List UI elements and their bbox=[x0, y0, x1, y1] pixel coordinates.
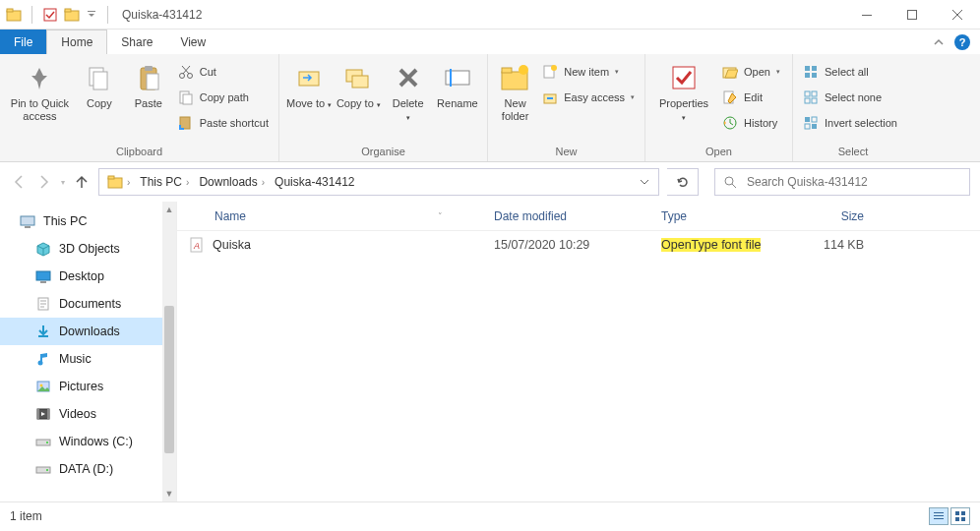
scissors-icon bbox=[178, 64, 194, 80]
select-none-button[interactable]: Select none bbox=[799, 86, 901, 109]
column-type[interactable]: Type bbox=[649, 209, 797, 223]
downloads-icon bbox=[35, 324, 51, 339]
invert-selection-button[interactable]: Invert selection bbox=[799, 111, 901, 135]
tree-windows-c[interactable]: Windows (C:) bbox=[0, 428, 162, 455]
open-button[interactable]: Open ▾ bbox=[718, 60, 784, 84]
history-button[interactable]: History bbox=[718, 111, 784, 135]
group-label-organise: Organise bbox=[279, 144, 487, 161]
tree-pictures[interactable]: Pictures bbox=[0, 373, 162, 400]
svg-rect-29 bbox=[673, 67, 695, 88]
copy-button[interactable]: Copy bbox=[76, 58, 123, 110]
svg-rect-22 bbox=[450, 69, 452, 87]
pictures-icon bbox=[35, 379, 51, 394]
breadcrumb-this-pc[interactable]: This PC› bbox=[136, 175, 193, 189]
tree-data-d[interactable]: DATA (D:) bbox=[0, 455, 162, 483]
select-all-button[interactable]: Select all bbox=[799, 60, 901, 84]
column-date[interactable]: Date modified bbox=[482, 209, 649, 223]
delete-button[interactable]: Delete▾ bbox=[385, 58, 432, 123]
rename-button[interactable]: Rename bbox=[434, 58, 481, 110]
svg-point-47 bbox=[725, 177, 733, 185]
paste-button[interactable]: Paste bbox=[125, 58, 172, 110]
svg-rect-12 bbox=[147, 74, 158, 89]
search-box[interactable] bbox=[714, 168, 970, 196]
svg-rect-69 bbox=[955, 511, 959, 515]
svg-rect-21 bbox=[446, 71, 469, 85]
window-controls bbox=[844, 0, 980, 30]
forward-button[interactable] bbox=[35, 173, 53, 191]
scroll-down-icon[interactable]: ▼ bbox=[162, 486, 176, 502]
tree-this-pc[interactable]: This PC bbox=[0, 207, 162, 235]
tree-3d-objects[interactable]: 3D Objects bbox=[0, 235, 162, 263]
group-label-open: Open bbox=[645, 144, 792, 161]
maximize-button[interactable] bbox=[889, 0, 935, 30]
help-icon[interactable]: ? bbox=[954, 34, 970, 50]
ribbon-tabs: File Home Share View ? bbox=[0, 30, 980, 54]
address-dropdown-icon[interactable] bbox=[635, 177, 654, 187]
breadcrumb-current[interactable]: Quiska-431412 bbox=[271, 175, 358, 189]
column-name[interactable]: Name ˅ bbox=[177, 209, 482, 223]
properties-button[interactable]: Properties▾ bbox=[651, 58, 716, 123]
breadcrumb-root-icon[interactable]: › bbox=[103, 174, 134, 190]
qat-dropdown-icon[interactable] bbox=[86, 7, 97, 23]
column-size[interactable]: Size bbox=[797, 209, 876, 223]
copy-path-button[interactable]: Copy path bbox=[174, 86, 273, 109]
tab-home[interactable]: Home bbox=[46, 30, 107, 54]
scroll-thumb[interactable] bbox=[164, 306, 174, 453]
refresh-button[interactable] bbox=[667, 168, 699, 196]
svg-rect-37 bbox=[805, 91, 810, 96]
breadcrumb-downloads[interactable]: Downloads› bbox=[195, 175, 269, 189]
qat-properties-icon[interactable] bbox=[42, 7, 58, 23]
copy-path-icon bbox=[178, 89, 194, 105]
recent-locations-button[interactable]: ▾ bbox=[61, 178, 65, 187]
scroll-up-icon[interactable]: ▲ bbox=[162, 202, 176, 217]
properties-icon bbox=[668, 62, 700, 93]
tree-downloads[interactable]: Downloads bbox=[0, 318, 162, 345]
svg-rect-42 bbox=[812, 117, 817, 122]
paste-shortcut-button[interactable]: Paste shortcut bbox=[174, 111, 273, 135]
svg-rect-66 bbox=[934, 512, 944, 513]
select-none-icon bbox=[803, 89, 819, 105]
pin-to-quick-access-button[interactable]: Pin to Quick access bbox=[6, 58, 74, 123]
search-input[interactable] bbox=[745, 174, 961, 190]
tree-documents[interactable]: Documents bbox=[0, 290, 162, 318]
tree-desktop[interactable]: Desktop bbox=[0, 263, 162, 290]
qat-folder-icon[interactable] bbox=[64, 7, 80, 23]
group-label-select: Select bbox=[793, 144, 913, 161]
svg-rect-39 bbox=[805, 98, 810, 103]
large-icons-view-button[interactable] bbox=[950, 507, 970, 525]
address-bar[interactable]: › This PC› Downloads› Quiska-431412 bbox=[98, 168, 659, 196]
tab-file[interactable]: File bbox=[0, 30, 46, 54]
select-all-icon bbox=[803, 64, 819, 80]
svg-rect-49 bbox=[25, 226, 31, 228]
collapse-ribbon-icon[interactable] bbox=[933, 36, 945, 48]
easy-access-button[interactable]: Easy access ▾ bbox=[538, 86, 639, 109]
tab-view[interactable]: View bbox=[166, 30, 219, 54]
rename-icon bbox=[442, 62, 473, 93]
tree-videos[interactable]: Videos bbox=[0, 400, 162, 428]
tab-share[interactable]: Share bbox=[107, 30, 166, 54]
svg-rect-40 bbox=[812, 98, 817, 103]
ribbon-group-clipboard: Pin to Quick access Copy Paste Cut Copy … bbox=[0, 54, 279, 161]
new-item-button[interactable]: New item ▾ bbox=[538, 60, 639, 84]
move-to-button[interactable]: Move to ▾ bbox=[285, 58, 333, 110]
edit-button[interactable]: Edit bbox=[718, 86, 784, 109]
up-button[interactable] bbox=[73, 173, 91, 191]
svg-rect-36 bbox=[812, 73, 817, 78]
move-to-icon bbox=[293, 62, 325, 93]
sidebar-scrollbar[interactable]: ▲ ▼ bbox=[162, 202, 176, 502]
ribbon-group-select: Select all Select none Invert selection … bbox=[793, 54, 913, 161]
file-row[interactable]: A Quiska 15/07/2020 10:29 OpenType font … bbox=[177, 231, 980, 259]
svg-rect-7 bbox=[908, 10, 917, 19]
new-folder-button[interactable]: New folder bbox=[494, 58, 536, 123]
svg-rect-5 bbox=[88, 11, 95, 12]
cut-button[interactable]: Cut bbox=[174, 60, 273, 84]
svg-rect-48 bbox=[21, 216, 34, 225]
close-button[interactable] bbox=[935, 0, 980, 30]
music-icon bbox=[35, 351, 51, 367]
svg-rect-34 bbox=[812, 66, 817, 71]
details-view-button[interactable] bbox=[929, 507, 949, 525]
copy-to-button[interactable]: Copy to ▾ bbox=[335, 58, 382, 110]
tree-music[interactable]: Music bbox=[0, 345, 162, 373]
back-button[interactable] bbox=[10, 173, 28, 191]
minimize-button[interactable] bbox=[844, 0, 889, 30]
